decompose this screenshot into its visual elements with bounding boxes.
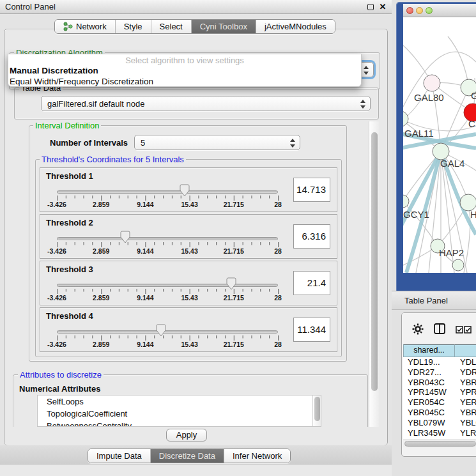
window-title: Control Panel	[5, 2, 56, 12]
slider-tick-marks	[57, 289, 279, 295]
cell-shared-name: YBL079W	[403, 418, 455, 428]
slider-tick-label: 9.144	[137, 341, 153, 348]
close-icon[interactable]: ✕	[379, 3, 387, 12]
threshold-4-row: Threshold 4-3.4262.8599.14415.4321.71528…	[40, 307, 337, 352]
column-header-shared-name[interactable]: shared...	[403, 344, 455, 357]
cell-name: YLR3	[455, 428, 476, 438]
slider-tick-label: 21.715	[224, 294, 244, 302]
attribute-item[interactable]: BetweennessCentrality	[38, 420, 321, 427]
cell-name: YIL0	[455, 438, 476, 439]
split-columns-icon[interactable]	[434, 323, 445, 334]
slider-tick-label: -3.426	[47, 341, 66, 348]
panel-scrollbar-thumb[interactable]	[371, 132, 378, 391]
control-panel-titlebar[interactable]: Control Panel ✕	[0, 0, 392, 14]
table-body: YDL19...YDL1YDR27...YDR2YBR043CYBR0YPR14…	[403, 357, 476, 439]
slider-tick-marks	[57, 242, 279, 249]
apply-button[interactable]: Apply	[166, 429, 207, 441]
network-node-bottom[interactable]	[452, 259, 464, 271]
float-window-icon[interactable]	[367, 4, 374, 10]
table-row[interactable]: YDR27...YDR2	[403, 367, 476, 378]
tab-jactivemnodules[interactable]: jActiveMNodules	[256, 20, 335, 33]
minimize-traffic-light-icon[interactable]	[416, 7, 423, 14]
node-table-card: shared... n YDL19...YDL1YDR27...YDR2YBR0…	[401, 312, 476, 457]
cell-name: YBR0	[455, 378, 476, 388]
menu-item-equal-width-frequency[interactable]: Equal Width/Frequency Discretization	[8, 76, 361, 87]
tab-style[interactable]: Style	[115, 20, 151, 33]
close-traffic-light-icon[interactable]	[406, 7, 413, 14]
cell-shared-name: YIL052C	[403, 438, 455, 439]
threshold-slider-track[interactable]	[57, 284, 278, 287]
threshold-slider-track[interactable]	[57, 330, 278, 334]
numerical-attributes-list[interactable]: SelfLoopsTopologicalCoefficientBetweenne…	[37, 395, 321, 427]
tab-select[interactable]: Select	[151, 20, 191, 33]
table-row[interactable]: YIL052CYIL0	[403, 438, 476, 439]
table-row[interactable]: YBR045CYBR0	[403, 408, 476, 418]
cell-name: YBR0	[455, 408, 476, 418]
threshold-value-field[interactable]: 21.4	[293, 271, 330, 295]
table-row[interactable]: YPR145WYPR1	[403, 387, 476, 397]
cell-shared-name: YPR145W	[403, 387, 455, 397]
slider-tick-label: 28	[274, 294, 282, 302]
slider-tick-label: 15.43	[181, 201, 197, 208]
column-header-name[interactable]: n	[455, 344, 476, 357]
checkbox-checked-icon[interactable]	[456, 326, 464, 334]
menu-item-manual-discretization[interactable]: Manual Discretization	[8, 65, 361, 76]
threshold-value-field[interactable]: 6.316	[293, 224, 330, 249]
slider-tick-label: 2.859	[93, 247, 109, 255]
tab-cyni-toolbox[interactable]: Cyni Toolbox	[191, 20, 256, 33]
threshold-value-field[interactable]: 14.713	[293, 178, 330, 202]
attribute-item[interactable]: TopologicalCoefficient	[38, 408, 321, 420]
network-node-label: HA	[470, 209, 476, 220]
table-row[interactable]: YDL19...YDL1	[403, 357, 476, 367]
network-node-gcy1[interactable]	[403, 195, 409, 208]
number-of-intervals-combobox[interactable]: 5	[134, 135, 300, 150]
checkbox-checked-icon[interactable]	[464, 326, 472, 334]
tab-infer-network[interactable]: Infer Network	[224, 449, 290, 463]
table-hscrollbar-thumb[interactable]	[404, 441, 476, 447]
threshold-label: Threshold 2	[46, 218, 93, 227]
tab-network[interactable]: Network	[55, 20, 115, 33]
slider-tick-label: 15.43	[181, 341, 197, 348]
tab-label: Infer Network	[233, 451, 282, 461]
table-row[interactable]: YBR043CYBR0	[403, 378, 476, 388]
threshold-slider-thumb[interactable]	[120, 231, 130, 243]
slider-tick-label: 28	[274, 201, 282, 208]
slider-tick-label: 15.43	[181, 294, 197, 302]
cell-shared-name: YLR345W	[403, 428, 455, 438]
cell-shared-name: YBR043C	[403, 378, 455, 388]
table-panel-titlebar[interactable]: Table Panel	[392, 291, 476, 310]
slider-tick-marks	[57, 196, 279, 202]
table-hscrollbar-track[interactable]	[403, 440, 476, 447]
threshold-slider-track[interactable]	[57, 190, 278, 194]
attribute-item[interactable]: SelfLoops	[38, 395, 321, 408]
network-node-gal80[interactable]	[424, 75, 440, 91]
gear-icon[interactable]	[412, 323, 424, 335]
table-row[interactable]: YLR345WYLR3	[403, 428, 476, 438]
threshold-label: Threshold 1	[46, 171, 93, 181]
threshold-value-field[interactable]: 11.344	[293, 318, 330, 342]
panel-scrollbar-track[interactable]	[369, 121, 379, 427]
threshold-slider-thumb[interactable]	[226, 277, 236, 290]
attributes-scrollbar-thumb[interactable]	[314, 397, 320, 421]
tab-label: Cyni Toolbox	[200, 22, 247, 31]
slider-tick-marks	[57, 335, 279, 342]
zoom-traffic-light-icon[interactable]	[426, 7, 433, 14]
table-data-combo-value: galFiltered.sif default node	[47, 99, 144, 109]
threshold-slider-thumb[interactable]	[180, 184, 190, 197]
tab-discretize-data[interactable]: Discretize Data	[150, 449, 224, 463]
threshold-slider-thumb[interactable]	[156, 324, 166, 337]
attributes-scrollbar-track[interactable]	[312, 395, 321, 426]
network-view-window[interactable]: GAL80GACGAL11GAL4GCY1HAHAP2	[396, 2, 476, 291]
combo-stepper-icon	[289, 137, 296, 149]
attributes-title: Attributes to discretize	[18, 370, 104, 380]
tab-impute-data[interactable]: Impute Data	[88, 449, 150, 463]
threshold-slider-track[interactable]	[57, 237, 278, 240]
network-node-label: C	[468, 118, 475, 129]
network-canvas[interactable]: GAL80GACGAL11GAL4GCY1HAHAP2	[403, 17, 476, 273]
table-row[interactable]: YBL079WYBL0	[403, 418, 476, 428]
table-data-combobox[interactable]: galFiltered.sif default node	[41, 96, 371, 111]
apply-strip: Apply	[4, 427, 387, 445]
table-row[interactable]: YER054CYER0	[403, 397, 476, 408]
cell-shared-name: YDR27...	[403, 367, 455, 378]
network-window-titlebar[interactable]	[403, 4, 476, 17]
